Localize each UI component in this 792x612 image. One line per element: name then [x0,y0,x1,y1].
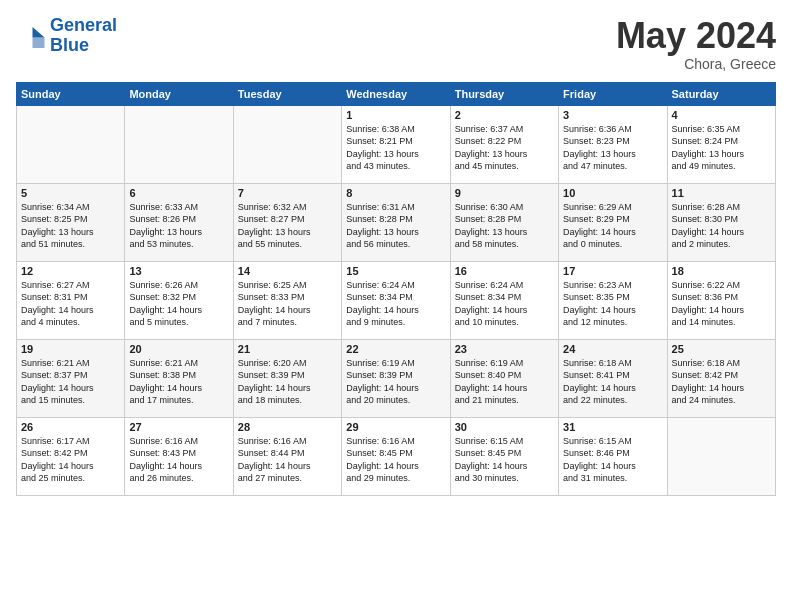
day-info-22: Sunrise: 6:19 AM Sunset: 8:39 PM Dayligh… [346,357,445,407]
cell-w1-d1 [17,105,125,183]
day-number-17: 17 [563,265,662,277]
day-info-27: Sunrise: 6:16 AM Sunset: 8:43 PM Dayligh… [129,435,228,485]
cell-w1-d5: 2Sunrise: 6:37 AM Sunset: 8:22 PM Daylig… [450,105,558,183]
cell-w4-d4: 22Sunrise: 6:19 AM Sunset: 8:39 PM Dayli… [342,339,450,417]
day-info-31: Sunrise: 6:15 AM Sunset: 8:46 PM Dayligh… [563,435,662,485]
day-number-27: 27 [129,421,228,433]
day-number-19: 19 [21,343,120,355]
day-info-14: Sunrise: 6:25 AM Sunset: 8:33 PM Dayligh… [238,279,337,329]
cell-w3-d3: 14Sunrise: 6:25 AM Sunset: 8:33 PM Dayli… [233,261,341,339]
cell-w1-d6: 3Sunrise: 6:36 AM Sunset: 8:23 PM Daylig… [559,105,667,183]
day-info-28: Sunrise: 6:16 AM Sunset: 8:44 PM Dayligh… [238,435,337,485]
cell-w5-d6: 31Sunrise: 6:15 AM Sunset: 8:46 PM Dayli… [559,417,667,495]
day-info-3: Sunrise: 6:36 AM Sunset: 8:23 PM Dayligh… [563,123,662,173]
day-number-18: 18 [672,265,771,277]
cell-w2-d2: 6Sunrise: 6:33 AM Sunset: 8:26 PM Daylig… [125,183,233,261]
day-info-5: Sunrise: 6:34 AM Sunset: 8:25 PM Dayligh… [21,201,120,251]
day-number-13: 13 [129,265,228,277]
day-info-6: Sunrise: 6:33 AM Sunset: 8:26 PM Dayligh… [129,201,228,251]
cell-w1-d4: 1Sunrise: 6:38 AM Sunset: 8:21 PM Daylig… [342,105,450,183]
month-title: May 2024 [616,16,776,56]
cell-w5-d4: 29Sunrise: 6:16 AM Sunset: 8:45 PM Dayli… [342,417,450,495]
day-number-4: 4 [672,109,771,121]
day-info-13: Sunrise: 6:26 AM Sunset: 8:32 PM Dayligh… [129,279,228,329]
cell-w4-d2: 20Sunrise: 6:21 AM Sunset: 8:38 PM Dayli… [125,339,233,417]
day-info-23: Sunrise: 6:19 AM Sunset: 8:40 PM Dayligh… [455,357,554,407]
cell-w5-d3: 28Sunrise: 6:16 AM Sunset: 8:44 PM Dayli… [233,417,341,495]
cell-w1-d3 [233,105,341,183]
day-number-21: 21 [238,343,337,355]
cell-w1-d7: 4Sunrise: 6:35 AM Sunset: 8:24 PM Daylig… [667,105,775,183]
day-info-17: Sunrise: 6:23 AM Sunset: 8:35 PM Dayligh… [563,279,662,329]
cell-w3-d7: 18Sunrise: 6:22 AM Sunset: 8:36 PM Dayli… [667,261,775,339]
day-number-1: 1 [346,109,445,121]
day-number-24: 24 [563,343,662,355]
day-number-8: 8 [346,187,445,199]
day-number-16: 16 [455,265,554,277]
day-info-25: Sunrise: 6:18 AM Sunset: 8:42 PM Dayligh… [672,357,771,407]
cell-w2-d1: 5Sunrise: 6:34 AM Sunset: 8:25 PM Daylig… [17,183,125,261]
cell-w2-d4: 8Sunrise: 6:31 AM Sunset: 8:28 PM Daylig… [342,183,450,261]
cell-w5-d5: 30Sunrise: 6:15 AM Sunset: 8:45 PM Dayli… [450,417,558,495]
cell-w4-d7: 25Sunrise: 6:18 AM Sunset: 8:42 PM Dayli… [667,339,775,417]
svg-marker-0 [33,27,45,38]
day-info-18: Sunrise: 6:22 AM Sunset: 8:36 PM Dayligh… [672,279,771,329]
day-number-3: 3 [563,109,662,121]
day-info-12: Sunrise: 6:27 AM Sunset: 8:31 PM Dayligh… [21,279,120,329]
day-info-2: Sunrise: 6:37 AM Sunset: 8:22 PM Dayligh… [455,123,554,173]
cell-w4-d1: 19Sunrise: 6:21 AM Sunset: 8:37 PM Dayli… [17,339,125,417]
day-info-11: Sunrise: 6:28 AM Sunset: 8:30 PM Dayligh… [672,201,771,251]
calendar-table: Sunday Monday Tuesday Wednesday Thursday… [16,82,776,496]
week-row-2: 5Sunrise: 6:34 AM Sunset: 8:25 PM Daylig… [17,183,776,261]
day-number-23: 23 [455,343,554,355]
day-number-12: 12 [21,265,120,277]
cell-w5-d7 [667,417,775,495]
th-monday: Monday [125,82,233,105]
day-info-21: Sunrise: 6:20 AM Sunset: 8:39 PM Dayligh… [238,357,337,407]
day-info-9: Sunrise: 6:30 AM Sunset: 8:28 PM Dayligh… [455,201,554,251]
day-info-26: Sunrise: 6:17 AM Sunset: 8:42 PM Dayligh… [21,435,120,485]
cell-w4-d3: 21Sunrise: 6:20 AM Sunset: 8:39 PM Dayli… [233,339,341,417]
day-number-25: 25 [672,343,771,355]
th-sunday: Sunday [17,82,125,105]
day-info-10: Sunrise: 6:29 AM Sunset: 8:29 PM Dayligh… [563,201,662,251]
logo-general: General [50,15,117,35]
day-number-26: 26 [21,421,120,433]
day-info-1: Sunrise: 6:38 AM Sunset: 8:21 PM Dayligh… [346,123,445,173]
day-number-11: 11 [672,187,771,199]
th-tuesday: Tuesday [233,82,341,105]
day-number-29: 29 [346,421,445,433]
logo: General Blue [16,16,117,56]
day-number-28: 28 [238,421,337,433]
cell-w2-d5: 9Sunrise: 6:30 AM Sunset: 8:28 PM Daylig… [450,183,558,261]
cell-w5-d1: 26Sunrise: 6:17 AM Sunset: 8:42 PM Dayli… [17,417,125,495]
th-friday: Friday [559,82,667,105]
day-info-29: Sunrise: 6:16 AM Sunset: 8:45 PM Dayligh… [346,435,445,485]
day-number-2: 2 [455,109,554,121]
page: General Blue May 2024 Chora, Greece Sund… [0,0,792,506]
cell-w2-d7: 11Sunrise: 6:28 AM Sunset: 8:30 PM Dayli… [667,183,775,261]
day-info-4: Sunrise: 6:35 AM Sunset: 8:24 PM Dayligh… [672,123,771,173]
day-info-15: Sunrise: 6:24 AM Sunset: 8:34 PM Dayligh… [346,279,445,329]
title-block: May 2024 Chora, Greece [616,16,776,72]
calendar-body: 1Sunrise: 6:38 AM Sunset: 8:21 PM Daylig… [17,105,776,495]
day-number-20: 20 [129,343,228,355]
week-row-1: 1Sunrise: 6:38 AM Sunset: 8:21 PM Daylig… [17,105,776,183]
logo-blue: Blue [50,35,89,55]
week-row-4: 19Sunrise: 6:21 AM Sunset: 8:37 PM Dayli… [17,339,776,417]
header: General Blue May 2024 Chora, Greece [16,16,776,72]
logo-icon [16,21,46,51]
logo-text: General Blue [50,16,117,56]
svg-marker-1 [33,37,45,48]
day-info-8: Sunrise: 6:31 AM Sunset: 8:28 PM Dayligh… [346,201,445,251]
day-number-10: 10 [563,187,662,199]
cell-w1-d2 [125,105,233,183]
cell-w3-d2: 13Sunrise: 6:26 AM Sunset: 8:32 PM Dayli… [125,261,233,339]
week-row-5: 26Sunrise: 6:17 AM Sunset: 8:42 PM Dayli… [17,417,776,495]
day-number-30: 30 [455,421,554,433]
cell-w2-d3: 7Sunrise: 6:32 AM Sunset: 8:27 PM Daylig… [233,183,341,261]
day-info-30: Sunrise: 6:15 AM Sunset: 8:45 PM Dayligh… [455,435,554,485]
cell-w3-d1: 12Sunrise: 6:27 AM Sunset: 8:31 PM Dayli… [17,261,125,339]
cell-w5-d2: 27Sunrise: 6:16 AM Sunset: 8:43 PM Dayli… [125,417,233,495]
th-thursday: Thursday [450,82,558,105]
